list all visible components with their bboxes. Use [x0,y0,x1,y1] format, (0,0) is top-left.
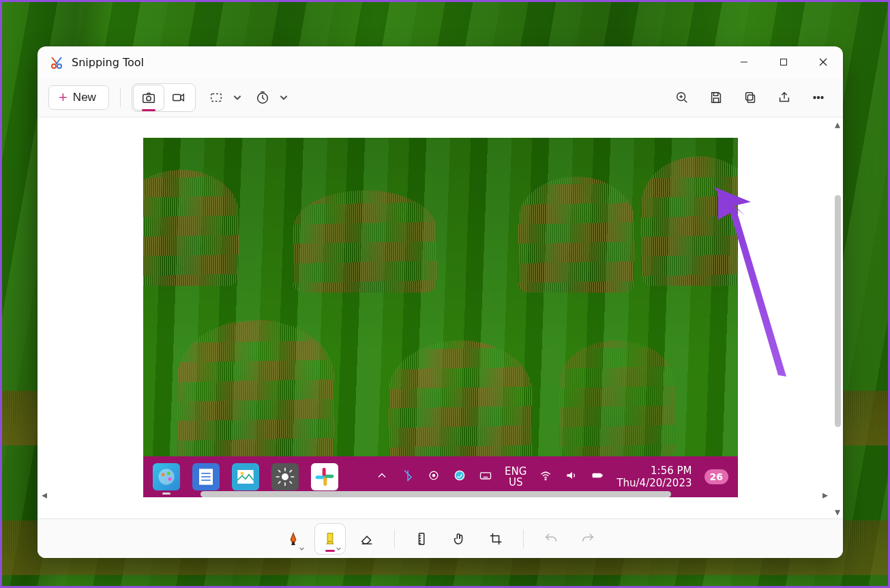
ruler-tool[interactable] [407,524,437,554]
crop-tool[interactable] [481,524,511,554]
svg-point-21 [821,96,823,98]
scrollbar-thumb[interactable] [835,195,841,427]
separator [394,529,395,548]
close-button[interactable] [803,46,843,78]
taskbar-app-settings-icon [271,463,299,490]
svg-rect-46 [593,473,602,478]
vertical-scrollbar[interactable]: ▴ ▾ [832,120,843,516]
top-toolbar: + New [38,78,843,117]
svg-rect-15 [713,92,717,95]
bottom-toolbar [38,518,843,558]
scroll-right-arrow-icon[interactable]: ▸ [821,488,829,501]
bluetooth-icon [401,469,415,485]
touch-writing-tool[interactable] [444,524,474,554]
language-indicator: ENG US [505,466,526,488]
svg-point-31 [241,472,244,475]
svg-rect-6 [143,94,155,102]
volume-icon [565,469,578,485]
snipping-tool-window: Snipping Tool + New [38,46,843,558]
svg-point-39 [455,471,464,480]
taskbar-app-paint-icon [153,463,180,490]
scroll-down-arrow-icon[interactable]: ▾ [832,508,843,516]
taskbar-app-slack-icon [311,463,338,490]
clock: 1:56 PM Thu/4/20/2023 [617,465,692,489]
snip-shape-dropdown[interactable] [203,84,242,111]
highlighter-tool[interactable] [315,524,345,554]
chevron-down-icon [279,93,288,102]
plus-icon: + [59,93,68,101]
svg-point-19 [814,96,816,98]
horizontal-scrollbar[interactable]: ◂ ▸ [40,488,829,499]
separator [120,88,121,107]
chevron-down-icon [233,93,242,102]
svg-line-12 [684,100,687,102]
scrollbar-thumb[interactable] [201,491,671,497]
svg-rect-16 [713,98,718,102]
battery-icon [591,469,604,485]
tray-app-icon-2 [453,469,466,485]
svg-rect-8 [173,94,181,100]
snipping-tool-icon [50,55,63,69]
taskbar-app-photos-icon [232,463,259,490]
svg-point-7 [147,96,151,100]
svg-rect-18 [746,92,753,100]
save-button[interactable] [702,84,730,111]
svg-point-45 [546,479,547,480]
tray-app-icon [427,469,441,485]
video-mode-button[interactable] [164,85,194,110]
svg-point-38 [432,474,434,476]
svg-point-0 [52,64,56,68]
svg-point-32 [282,473,288,480]
titlebar[interactable]: Snipping Tool [38,46,843,78]
svg-rect-34 [316,475,325,479]
svg-point-22 [158,469,174,484]
scroll-up-arrow-icon[interactable]: ▴ [832,120,843,128]
svg-point-23 [162,473,165,476]
tray-overflow-icon [375,469,389,485]
svg-rect-40 [481,473,491,479]
svg-point-24 [167,472,170,475]
share-button[interactable] [771,84,798,111]
photo-mode-button[interactable] [134,85,164,110]
svg-rect-3 [781,59,787,65]
svg-point-20 [818,96,820,98]
keyboard-icon [479,469,492,485]
svg-rect-47 [602,474,603,476]
pen-tool[interactable] [278,524,308,554]
copy-button[interactable] [737,84,764,111]
svg-rect-17 [747,95,754,102]
captured-screenshot[interactable]: ENG US 1:56 PM Thu/4/20/2023 26 [143,138,738,497]
svg-point-25 [168,477,172,481]
scroll-left-arrow-icon[interactable]: ◂ [40,488,48,501]
more-button[interactable] [805,84,832,111]
wifi-icon [539,469,552,485]
zoom-button[interactable] [668,84,696,111]
canvas-area: ENG US 1:56 PM Thu/4/20/2023 26 [38,117,843,518]
maximize-button[interactable] [764,46,803,78]
taskbar-app-notepad-icon [192,463,220,490]
app-title: Snipping Tool [72,56,144,69]
svg-rect-35 [323,477,327,486]
undo-button[interactable] [536,524,566,554]
minimize-button[interactable] [724,46,764,78]
separator [523,529,524,548]
svg-point-1 [57,64,61,68]
new-button-label: New [73,91,96,104]
capture-mode-segmented [132,83,196,112]
delay-dropdown[interactable] [249,84,288,111]
svg-rect-36 [325,475,333,478]
redo-button[interactable] [573,524,603,554]
notification-badge: 26 [704,469,728,484]
new-button[interactable]: + New [48,85,109,110]
svg-rect-49 [327,533,332,541]
eraser-tool[interactable] [352,524,382,554]
svg-rect-9 [211,93,222,101]
